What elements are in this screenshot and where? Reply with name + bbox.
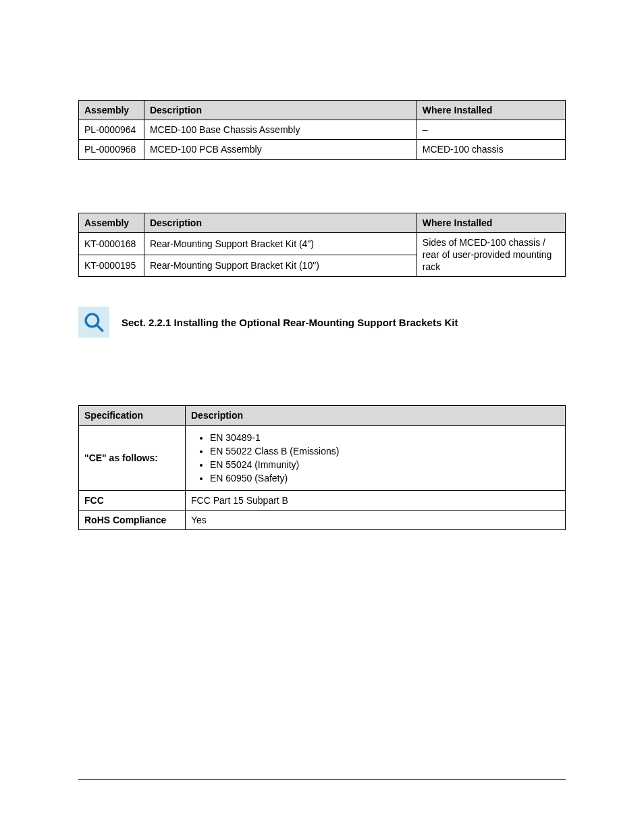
- cell-spec-desc: EN 30489-1 EN 55022 Class B (Emissions) …: [186, 425, 566, 490]
- specification-table: Specification Description "CE" as follow…: [78, 405, 566, 530]
- table-header: Where Installed: [417, 213, 565, 232]
- list-item: EN 60950 (Safety): [210, 471, 560, 485]
- cell-assembly: PL-0000964: [79, 120, 144, 140]
- table-row: PL-0000964 MCED-100 Base Chassis Assembl…: [79, 120, 566, 140]
- cell-where: MCED-100 chassis: [417, 140, 565, 159]
- table-row: "CE" as follows: EN 30489-1 EN 55022 Cla…: [79, 425, 566, 490]
- table-header: Description: [186, 406, 566, 425]
- cell-assembly: KT-0000195: [79, 255, 144, 277]
- table-header: Assembly: [79, 101, 144, 120]
- list-item: EN 30489-1: [210, 431, 560, 444]
- magnifier-icon: [78, 307, 109, 338]
- cell-description: Rear-Mounting Support Bracket Kit (4"): [144, 232, 417, 255]
- section-reference: Sect. 2.2.1 Installing the Optional Rear…: [78, 307, 566, 338]
- list-item: EN 55024 (Immunity): [210, 458, 560, 471]
- spec-list: EN 30489-1 EN 55022 Class B (Emissions) …: [191, 431, 560, 486]
- cell-spec-desc: FCC Part 15 Subpart B: [186, 490, 566, 510]
- cell-spec: "CE" as follows:: [79, 425, 186, 490]
- cell-assembly: PL-0000968: [79, 140, 144, 159]
- assembly-table-1: Assembly Description Where Installed PL-…: [78, 100, 566, 160]
- cell-spec: RoHS Compliance: [79, 510, 186, 529]
- cell-spec: FCC: [79, 490, 186, 510]
- cell-where: –: [417, 120, 565, 140]
- cell-where-merged: Sides of MCED-100 chassis / rear of user…: [417, 232, 565, 277]
- table-row: KT-0000168 Rear-Mounting Support Bracket…: [79, 232, 566, 255]
- table-header: Assembly: [79, 213, 144, 232]
- cell-assembly: KT-0000168: [79, 232, 144, 255]
- table-header: Description: [144, 101, 417, 120]
- cell-description: MCED-100 Base Chassis Assembly: [144, 120, 417, 140]
- cell-description: Rear-Mounting Support Bracket Kit (10"): [144, 255, 417, 277]
- section-reference-text: Sect. 2.2.1 Installing the Optional Rear…: [122, 317, 458, 328]
- table-row: FCC FCC Part 15 Subpart B: [79, 490, 566, 510]
- cell-description: MCED-100 PCB Assembly: [144, 140, 417, 159]
- table-header: Description: [144, 213, 417, 232]
- footer-divider: [78, 779, 566, 780]
- table-row: RoHS Compliance Yes: [79, 510, 566, 529]
- table-header: Where Installed: [417, 101, 565, 120]
- list-item: EN 55022 Class B (Emissions): [210, 444, 560, 458]
- svg-line-1: [97, 325, 103, 332]
- assembly-table-2: Assembly Description Where Installed KT-…: [78, 213, 566, 278]
- cell-spec-desc: Yes: [186, 510, 566, 529]
- table-row: PL-0000968 MCED-100 PCB Assembly MCED-10…: [79, 140, 566, 159]
- table-header: Specification: [79, 406, 186, 425]
